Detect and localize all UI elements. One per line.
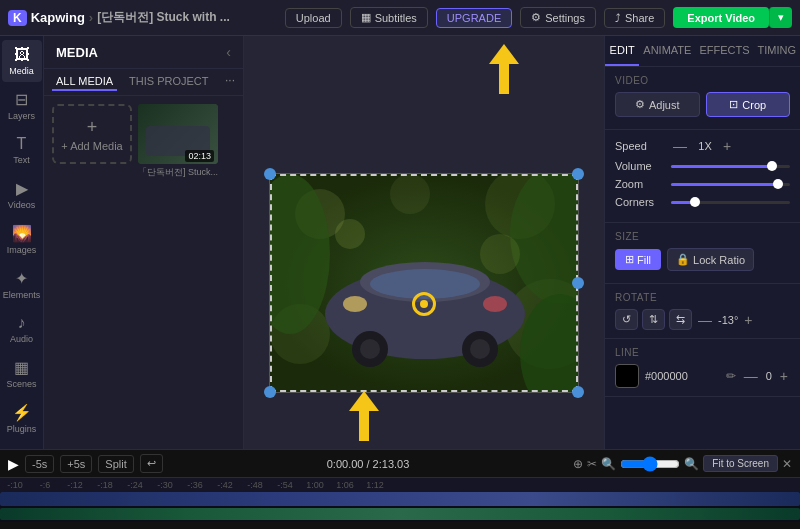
- sidebar-item-images[interactable]: 🌄 Images: [2, 218, 42, 261]
- sidebar-item-label: Layers: [8, 111, 35, 121]
- sidebar-item-videos[interactable]: ▶ Videos: [2, 173, 42, 216]
- sidebar-item-elements[interactable]: ✦ Elements: [2, 263, 42, 306]
- app-logo[interactable]: K Kapwing › [단독버전] Stuck with ...: [8, 9, 230, 26]
- tab-this-project[interactable]: THIS PROJECT: [125, 73, 212, 91]
- sidebar-item-media[interactable]: 🖼 Media: [2, 40, 42, 82]
- handle-top-right[interactable]: [572, 168, 584, 180]
- svg-point-19: [335, 219, 365, 249]
- text-icon: T: [17, 135, 27, 153]
- tab-animate[interactable]: ANIMATE: [639, 36, 695, 66]
- ruler-mark: -:18: [90, 480, 120, 490]
- speed-label: Speed: [615, 140, 667, 152]
- sidebar-item-audio[interactable]: ♪ Audio: [2, 308, 42, 350]
- app-name: Kapwing: [31, 10, 85, 25]
- canvas-video[interactable]: [269, 173, 579, 393]
- media-thumbnail[interactable]: 02:13: [138, 104, 218, 164]
- volume-label: Volume: [615, 160, 667, 172]
- center-handle[interactable]: [412, 292, 436, 316]
- lock-icon: 🔒: [676, 253, 690, 266]
- line-minus[interactable]: —: [742, 368, 760, 384]
- sidebar-item-label: Scenes: [6, 379, 36, 389]
- tl-zoom-in-button[interactable]: 🔍: [684, 457, 699, 471]
- corners-slider[interactable]: [671, 201, 790, 204]
- share-button[interactable]: ⤴ Share: [604, 8, 665, 28]
- audio-track[interactable]: [0, 508, 800, 520]
- tl-magnet-button[interactable]: ⊕: [573, 457, 583, 471]
- video-track[interactable]: [0, 492, 800, 506]
- tl-search-button[interactable]: 🔍: [601, 457, 616, 471]
- thumb-label: 「단독버전] Stuck...: [138, 166, 218, 179]
- color-swatch[interactable]: [615, 364, 639, 388]
- tl-scissor-button[interactable]: ✂: [587, 457, 597, 471]
- split-button[interactable]: Split: [98, 455, 133, 473]
- rotate-row: ↺ ⇅ ⇆ — -13° +: [615, 309, 790, 330]
- videos-icon: ▶: [16, 179, 28, 198]
- crop-button[interactable]: ⊡ Crop: [706, 92, 791, 117]
- svg-point-14: [343, 296, 367, 312]
- media-more-options[interactable]: ···: [225, 73, 235, 91]
- sidebar-item-text[interactable]: T Text: [2, 129, 42, 171]
- subtitles-button[interactable]: ▦ Subtitles: [350, 7, 428, 28]
- media-panel-close[interactable]: ‹: [226, 44, 231, 60]
- undo-button[interactable]: ↩: [140, 454, 163, 473]
- sidebar-item-scenes[interactable]: ▦ Scenes: [2, 352, 42, 395]
- play-button[interactable]: ▶: [8, 456, 19, 472]
- media-panel-title: MEDIA: [56, 45, 98, 60]
- media-tabs: ALL MEDIA THIS PROJECT ···: [44, 69, 243, 96]
- timeline: ▶ -5s +5s Split ↩ 0:00.00 / 2:13.03 ⊕ ✂ …: [0, 449, 800, 529]
- svg-point-15: [483, 296, 507, 312]
- zoom-row: Zoom: [615, 178, 790, 190]
- handle-bottom-right[interactable]: [572, 386, 584, 398]
- handle-top-left[interactable]: [264, 168, 276, 180]
- sidebar-item-layers[interactable]: ⊟ Layers: [2, 84, 42, 127]
- ruler-mark: -:42: [210, 480, 240, 490]
- sidebar-item-label: Images: [7, 245, 37, 255]
- fit-to-screen-button[interactable]: Fit to Screen: [703, 455, 778, 472]
- flip-v-button[interactable]: ⇅: [642, 309, 665, 330]
- line-plus[interactable]: +: [778, 368, 790, 384]
- fill-icon: ⊞: [625, 253, 634, 266]
- elements-icon: ✦: [15, 269, 28, 288]
- tab-edit[interactable]: EDIT: [605, 36, 639, 66]
- ruler-mark: 1:12: [360, 480, 390, 490]
- lock-ratio-button[interactable]: 🔒 Lock Ratio: [667, 248, 754, 271]
- ruler-mark: -:48: [240, 480, 270, 490]
- center-handle-inner: [420, 300, 428, 308]
- tab-effects[interactable]: EFFECTS: [695, 36, 753, 66]
- zoom-slider-timeline[interactable]: [620, 456, 680, 472]
- speed-plus[interactable]: +: [721, 138, 733, 154]
- project-title: [단독버전] Stuck with ...: [97, 9, 230, 26]
- settings-button[interactable]: ⚙ Settings: [520, 7, 596, 28]
- skip-back-button[interactable]: -5s: [25, 455, 54, 473]
- tab-timing[interactable]: TIMING: [754, 36, 801, 66]
- upgrade-button[interactable]: UPGRADE: [436, 8, 512, 28]
- tl-close-button[interactable]: ✕: [782, 457, 792, 471]
- thumb-duration: 02:13: [185, 150, 214, 162]
- sidebar-item-plugins[interactable]: ⚡ Plugins: [2, 397, 42, 440]
- handle-right-mid[interactable]: [572, 277, 584, 289]
- add-media-button[interactable]: + + Add Media: [52, 104, 132, 164]
- color-edit-button[interactable]: ✏: [726, 369, 736, 383]
- adjust-button[interactable]: ⚙ Adjust: [615, 92, 700, 117]
- adjust-crop-buttons: ⚙ Adjust ⊡ Crop: [615, 92, 790, 117]
- ruler-mark: -:24: [120, 480, 150, 490]
- rotate-ccw-button[interactable]: ↺: [615, 309, 638, 330]
- upload-button[interactable]: Upload: [285, 8, 342, 28]
- speed-minus[interactable]: —: [671, 138, 689, 154]
- volume-row: Volume: [615, 160, 790, 172]
- tab-all-media[interactable]: ALL MEDIA: [52, 73, 117, 91]
- media-icon: 🖼: [14, 46, 30, 64]
- export-button[interactable]: Export Video: [673, 7, 769, 28]
- zoom-slider[interactable]: [671, 183, 790, 186]
- volume-slider[interactable]: [671, 165, 790, 168]
- rotate-value: -13°: [718, 314, 738, 326]
- flip-h-button[interactable]: ⇆: [669, 309, 692, 330]
- video-section-title: VIDEO: [615, 75, 790, 86]
- fill-button[interactable]: ⊞ Fill: [615, 249, 661, 270]
- rotate-plus[interactable]: +: [742, 312, 754, 328]
- skip-fwd-button[interactable]: +5s: [60, 455, 92, 473]
- rotate-minus[interactable]: —: [696, 312, 714, 328]
- handle-bottom-left[interactable]: [264, 386, 276, 398]
- export-dropdown-button[interactable]: ▾: [769, 7, 792, 28]
- sidebar-item-label: Videos: [8, 200, 35, 210]
